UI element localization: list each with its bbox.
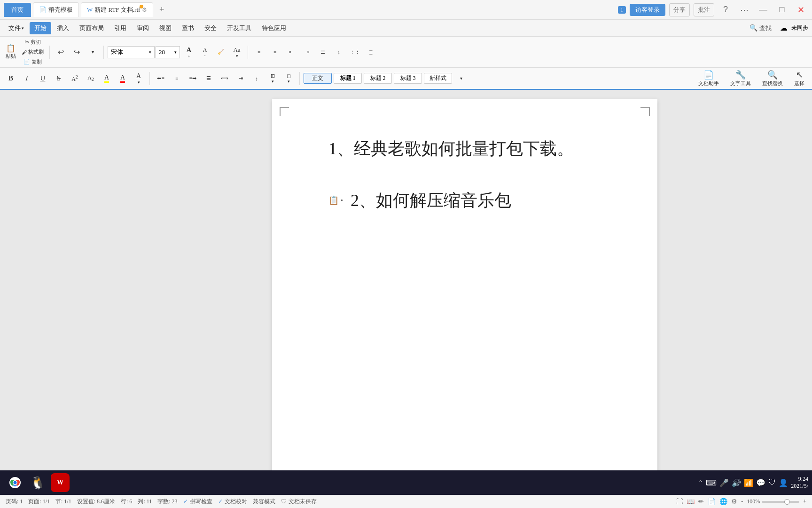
font-name-dropdown[interactable]: 宋体 ▾ (108, 46, 155, 58)
text-highlight-button[interactable]: A (100, 73, 114, 84)
outline-button[interactable]: ☰ (316, 48, 330, 56)
justify-button[interactable]: ☰ (202, 74, 216, 82)
indent-increase-button[interactable]: ⇥ (300, 48, 314, 56)
style-heading2[interactable]: 标题 2 (364, 73, 392, 84)
zoom-in-button[interactable]: + (803, 498, 806, 505)
visitor-login-button[interactable]: 访客登录 (630, 4, 665, 16)
expand-tray-icon[interactable]: ⌃ (698, 479, 703, 486)
menu-references[interactable]: 引用 (109, 22, 131, 34)
menu-review[interactable]: 审阅 (132, 22, 154, 34)
full-screen-icon[interactable]: ⛶ (676, 498, 683, 506)
text-effect-button[interactable]: A ▾ (132, 71, 146, 86)
bullets-button[interactable]: ≡ (252, 48, 266, 56)
strikethrough-button[interactable]: S (52, 73, 66, 83)
style-heading1[interactable]: 标题 1 (334, 73, 362, 84)
menu-special[interactable]: 特色应用 (257, 22, 291, 34)
paste-button[interactable]: 📋 粘贴 (4, 44, 18, 61)
underline-button[interactable]: U (36, 73, 50, 83)
keyboard-icon[interactable]: ⌨ (706, 478, 717, 487)
share-button[interactable]: 分享 (669, 3, 690, 16)
align-left-button[interactable]: ⬅≡ (154, 74, 168, 82)
help-button[interactable]: ? (718, 2, 733, 17)
network-icon[interactable]: 📶 (744, 478, 753, 487)
select-button[interactable]: ↖ 选择 (790, 69, 808, 88)
cut-button[interactable]: ✂ 剪切 (20, 38, 46, 47)
taskbar-wps[interactable]: W (51, 473, 70, 492)
close-button[interactable]: ✕ (793, 2, 808, 17)
zoom-out-button[interactable]: - (741, 498, 743, 505)
copy-button[interactable]: 📄 复制 (20, 57, 46, 66)
numbering-button[interactable]: ≡ (268, 48, 282, 56)
style-heading3[interactable]: 标题 3 (394, 73, 422, 84)
indent-para-button[interactable]: ⇥ (234, 74, 248, 82)
text-tool-button[interactable]: 🔧 文字工具 (726, 69, 755, 88)
distribute-button[interactable]: ⟺ (218, 74, 232, 82)
comment-button[interactable]: 批注 (694, 3, 714, 16)
shade-button[interactable]: ◻ ▾ (281, 72, 296, 85)
print-layout-icon[interactable]: 📄 (708, 498, 716, 506)
menu-insert[interactable]: 插入 (52, 22, 74, 34)
sync-label[interactable]: 未同步 (791, 24, 808, 32)
italic-button[interactable]: I (20, 73, 34, 83)
menu-devtools[interactable]: 开发工具 (222, 22, 256, 34)
add-tab-button[interactable]: + (155, 3, 168, 16)
font-color-button[interactable]: A (116, 73, 130, 84)
taskbar-qq[interactable]: 🐧 (28, 473, 47, 492)
format-paint-button[interactable]: 🖌 格式刷 (20, 48, 46, 56)
columns-button[interactable]: ⋮⋮ (348, 48, 362, 56)
menu-childrens[interactable]: 童书 (177, 22, 199, 34)
indent-decrease-button[interactable]: ⇤ (284, 48, 298, 56)
align-center-button[interactable]: ≡ (170, 75, 184, 82)
menu-home[interactable]: 开始 (30, 22, 51, 34)
minimize-button[interactable]: — (756, 2, 771, 17)
tab-doc[interactable]: W 新建 RTF 文档.rtf ⚙ (81, 2, 153, 17)
tab-home[interactable]: 首页 (4, 3, 31, 17)
security-icon[interactable]: 🛡 (768, 478, 776, 487)
sort-button[interactable]: ↕ (250, 75, 264, 82)
change-case-button[interactable]: Aa▾ (230, 45, 244, 59)
zoom-track[interactable] (762, 501, 799, 503)
web-layout-icon[interactable]: 🌐 (719, 498, 727, 506)
align-right-button[interactable]: ≡➡ (186, 74, 200, 82)
font-grow-button[interactable]: A+ (182, 45, 196, 59)
document-heading-1[interactable]: 1、经典老歌如何批量打包下载。 (328, 137, 601, 160)
menu-file[interactable]: 文件 ▾ (4, 22, 29, 34)
more-button[interactable]: ⋯ (737, 2, 752, 17)
clear-format-button[interactable]: 🧹 (214, 48, 228, 56)
maximize-button[interactable]: □ (774, 2, 789, 17)
redo-button[interactable]: ↪ (70, 47, 84, 57)
menu-view[interactable]: 视图 (155, 22, 176, 34)
font-size-dropdown[interactable]: 28 ▾ (156, 46, 180, 58)
border-button[interactable]: ⊞ ▾ (265, 72, 280, 85)
user-icon[interactable]: 👤 (779, 478, 788, 487)
menu-layout[interactable]: 页面布局 (75, 22, 109, 34)
reading-view-icon[interactable]: 📖 (687, 498, 695, 506)
page-content[interactable]: 1、经典老歌如何批量打包下载。 📋 • 2、如何解压缩音乐包 (272, 99, 657, 508)
focus-mode-icon[interactable]: ⚙ (731, 498, 737, 506)
spell-check[interactable]: ✓ 拼写检查 (183, 498, 212, 506)
doc-check[interactable]: ✓ 文档校对 (218, 498, 247, 506)
undo-button[interactable]: ↩ (54, 47, 68, 57)
tab-stop-button[interactable]: ⌶ (364, 48, 378, 56)
speaker-icon[interactable]: 🔊 (732, 478, 741, 487)
menu-security[interactable]: 安全 (200, 22, 221, 34)
redo-dropdown[interactable]: ▾ (86, 48, 100, 56)
line-spacing-button[interactable]: ↕ (332, 48, 346, 56)
taskbar-chrome[interactable] (6, 473, 24, 492)
taskbar-clock[interactable]: 9:24 2021/5/ (791, 476, 808, 490)
document-heading-2[interactable]: 📋 • 2、如何解压缩音乐包 (328, 189, 601, 212)
mic-icon[interactable]: 🎤 (719, 478, 729, 487)
style-new[interactable]: 新样式 (424, 73, 452, 84)
find-replace-button[interactable]: 🔍 查找替换 (758, 69, 787, 88)
subscript-button[interactable]: A2 (84, 73, 98, 83)
zoom-thumb[interactable] (784, 499, 790, 505)
tab-template[interactable]: 📄 稻壳模板 (33, 2, 79, 17)
styles-more-button[interactable]: ▾ (454, 75, 468, 82)
style-normal[interactable]: 正文 (304, 73, 332, 84)
doc-helper-button[interactable]: 📄 文档助手 (695, 69, 723, 88)
notification-badge[interactable]: 1 (618, 6, 626, 14)
font-shrink-button[interactable]: A- (198, 46, 212, 59)
chat-icon[interactable]: 💬 (756, 478, 765, 487)
zoom-slider[interactable]: 100% (747, 498, 799, 505)
superscript-button[interactable]: A2 (68, 73, 82, 84)
